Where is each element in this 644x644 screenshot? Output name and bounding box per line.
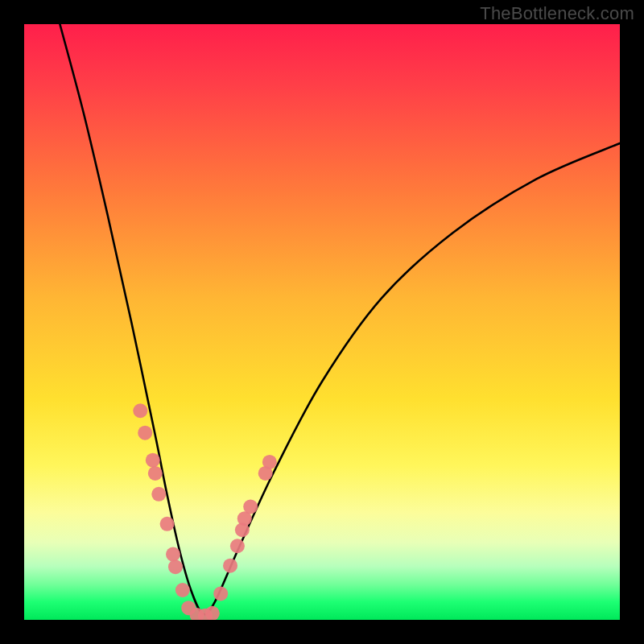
marker-dot [146, 453, 160, 468]
marker-dot [168, 559, 183, 574]
watermark-text: TheBottleneck.com [480, 3, 634, 24]
marker-dot [166, 547, 180, 562]
marker-dot [148, 466, 163, 481]
marker-dot [160, 517, 175, 531]
marker-dot [223, 559, 237, 573]
bottleneck-curve [60, 24, 620, 614]
marker-dot [243, 499, 258, 514]
marker-dot [138, 426, 152, 440]
marker-dot [175, 583, 190, 597]
marker-dot [133, 403, 147, 418]
marker-dot [151, 487, 166, 502]
marker-dot [213, 586, 228, 601]
curve-layer [24, 24, 620, 620]
chart-frame: TheBottleneck.com [0, 0, 644, 644]
marker-dot [230, 539, 245, 553]
marker-dot [205, 606, 220, 620]
plot-area [24, 24, 620, 620]
marker-dot [262, 455, 277, 469]
